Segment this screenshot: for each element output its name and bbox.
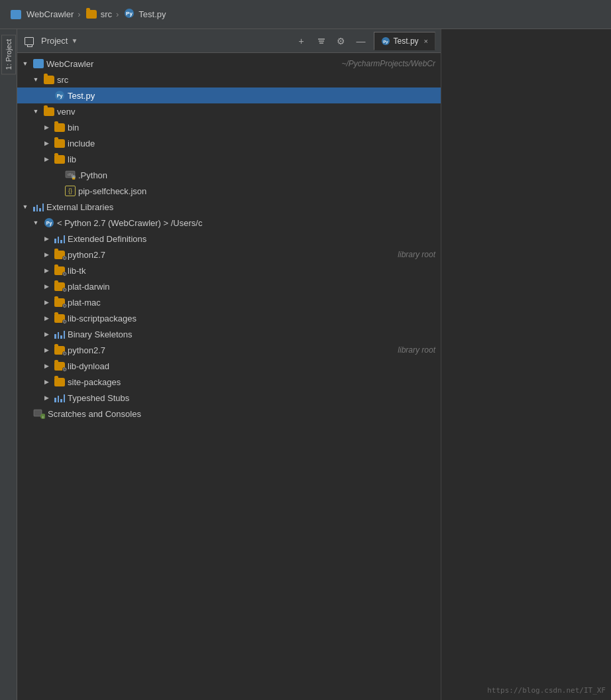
project-panel: Project ▼ + ⚙ — Py Test.py × ▼ bbox=[17, 29, 441, 700]
editor-area bbox=[441, 29, 611, 700]
panel-title[interactable]: Project ▼ bbox=[41, 36, 78, 46]
tree-item-extended-defs[interactable]: ▶ Extended Definitions bbox=[17, 231, 441, 247]
minimize-button[interactable]: — bbox=[354, 34, 368, 48]
expand-plat-mac[interactable]: ▶ bbox=[41, 299, 52, 306]
python27-sdk-label: < Python 2.7 (WebCrawler) > /Users/c bbox=[57, 218, 435, 228]
tree-item-lib[interactable]: ▶ lib bbox=[17, 151, 441, 167]
plat-darwin-icon bbox=[54, 282, 65, 291]
tree-item-python27-root[interactable]: ▶ python2.7 library root bbox=[17, 247, 441, 262]
python27-sdk-icon: Py bbox=[44, 217, 54, 228]
external-libs-label: External Libraries bbox=[46, 202, 435, 212]
plat-darwin-label: plat-darwin bbox=[68, 282, 435, 292]
json-icon: {} bbox=[65, 186, 76, 196]
panel-dropdown-arrow[interactable]: ▼ bbox=[71, 37, 78, 44]
main-container: 1: Project Project ▼ + ⚙ — Py Test.py × bbox=[0, 29, 611, 700]
lib-scriptpackages-icon bbox=[54, 314, 65, 323]
python27-root-icon bbox=[54, 251, 65, 259]
tree-item-typeshed-stubs[interactable]: ▶ Typeshed Stubs bbox=[17, 390, 441, 406]
webcrawler-folder-icon bbox=[33, 59, 44, 68]
pip-selfcheck-label: pip-selfcheck.json bbox=[78, 186, 435, 196]
expand-site-packages[interactable]: ▶ bbox=[41, 379, 52, 385]
watermark: https://blog.csdn.net/IT_XF bbox=[487, 686, 606, 695]
lib-dynload-label: lib-dynload bbox=[68, 361, 435, 371]
tree-item-plat-mac[interactable]: ▶ plat-mac bbox=[17, 294, 441, 310]
tree-item-lib-tk[interactable]: ▶ lib-tk bbox=[17, 262, 441, 278]
webcrawler-breadcrumb-icon bbox=[11, 10, 21, 19]
tree-item-webcrawler[interactable]: ▼ WebCrawler ~/PycharmProjects/WebCr bbox=[17, 56, 441, 72]
tree-item-lib-dynload[interactable]: ▶ lib-dynload bbox=[17, 358, 441, 374]
tab-close-button[interactable]: × bbox=[424, 37, 428, 45]
svg-rect-15 bbox=[34, 410, 42, 416]
lib-scriptpackages-label: lib-scriptpackages bbox=[68, 314, 435, 323]
svg-text:🔒: 🔒 bbox=[72, 176, 76, 180]
testpy-breadcrumb-icon: Py bbox=[124, 8, 135, 21]
tree-item-venv[interactable]: ▼ venv bbox=[17, 103, 441, 119]
add-button[interactable]: + bbox=[294, 34, 309, 48]
external-libs-icon bbox=[33, 202, 44, 211]
expand-include[interactable]: ▶ bbox=[41, 140, 52, 146]
expand-src[interactable]: ▼ bbox=[30, 76, 41, 83]
expand-venv[interactable]: ▼ bbox=[30, 108, 41, 115]
tree-item-pip-selfcheck[interactable]: {} pip-selfcheck.json bbox=[17, 183, 441, 199]
tree-item-src[interactable]: ▼ src bbox=[17, 72, 441, 88]
breadcrumb-webcrawler[interactable]: WebCrawler bbox=[27, 9, 74, 19]
breadcrumb-bar: WebCrawler › src › Py Test.py bbox=[0, 0, 611, 29]
expand-external-libs[interactable]: ▼ bbox=[20, 204, 30, 210]
tree-item-binary-skeletons[interactable]: ▶ Binary Skeletons bbox=[17, 326, 441, 342]
expand-python27-root[interactable]: ▶ bbox=[41, 251, 52, 258]
extended-defs-icon bbox=[54, 234, 65, 243]
testpy-label: Test.py bbox=[68, 91, 435, 101]
plat-mac-label: plat-mac bbox=[68, 298, 435, 308]
expand-lib-dynload[interactable]: ▶ bbox=[41, 363, 52, 369]
tree-item-python27-root2[interactable]: ▶ python2.7 library root bbox=[17, 342, 441, 358]
expand-bin[interactable]: ▶ bbox=[41, 124, 52, 131]
tree-item-plat-darwin[interactable]: ▶ plat-darwin bbox=[17, 278, 441, 294]
testpy-tab[interactable]: Py Test.py × bbox=[374, 32, 435, 50]
python27-root2-label: python2.7 bbox=[68, 345, 394, 355]
lib-tk-label: lib-tk bbox=[68, 266, 435, 276]
settings-button[interactable]: ⚙ bbox=[334, 34, 349, 48]
tree-item-bin[interactable]: ▶ bin bbox=[17, 119, 441, 135]
typeshed-stubs-label: Typeshed Stubs bbox=[68, 393, 435, 403]
expand-extended-defs[interactable]: ▶ bbox=[41, 235, 52, 242]
python27-root-hint: library root bbox=[398, 250, 435, 259]
python-pyvenv-label: .Python bbox=[78, 170, 435, 180]
expand-plat-darwin[interactable]: ▶ bbox=[41, 283, 52, 290]
include-label: include bbox=[68, 139, 435, 148]
expand-binary-skeletons[interactable]: ▶ bbox=[41, 331, 52, 337]
side-tab[interactable]: 1: Project bbox=[0, 29, 17, 700]
expand-typeshed-stubs[interactable]: ▶ bbox=[41, 394, 52, 401]
project-icon bbox=[25, 37, 34, 45]
tree-item-python-pyvenv[interactable]: cfg 🔒 .Python bbox=[17, 167, 441, 183]
expand-python27-sdk[interactable]: ▼ bbox=[30, 219, 41, 226]
tree-item-scratches[interactable]: i Scratches and Consoles bbox=[17, 406, 441, 422]
bin-label: bin bbox=[68, 123, 435, 133]
venv-label: venv bbox=[57, 107, 435, 117]
tree-item-testpy[interactable]: Py Test.py bbox=[17, 88, 441, 103]
tree-item-lib-scriptpackages[interactable]: ▶ lib-scriptpackages bbox=[17, 310, 441, 326]
project-side-tab-label[interactable]: 1: Project bbox=[1, 34, 16, 74]
python27-root-label: python2.7 bbox=[68, 250, 394, 260]
filter-button[interactable] bbox=[314, 34, 329, 48]
site-packages-label: site-packages bbox=[68, 377, 435, 387]
webcrawler-label: WebCrawler bbox=[46, 59, 338, 69]
include-folder-icon bbox=[54, 139, 65, 148]
expand-lib-scriptpackages[interactable]: ▶ bbox=[41, 315, 52, 321]
tree-item-external-libs[interactable]: ▼ External Libraries bbox=[17, 199, 441, 215]
python-lock-icon: cfg 🔒 bbox=[65, 170, 76, 180]
expand-webcrawler[interactable]: ▼ bbox=[20, 60, 30, 67]
expand-python27-root2[interactable]: ▶ bbox=[41, 347, 52, 353]
breadcrumb-src[interactable]: src bbox=[101, 9, 112, 19]
tree-item-python27-sdk[interactable]: ▼ Py < Python 2.7 (WebCrawler) > /Users/… bbox=[17, 215, 441, 231]
tree-item-site-packages[interactable]: ▶ site-packages bbox=[17, 374, 441, 390]
expand-lib[interactable]: ▶ bbox=[41, 156, 52, 162]
expand-lib-tk[interactable]: ▶ bbox=[41, 267, 52, 274]
breadcrumb-testpy[interactable]: Test.py bbox=[139, 9, 166, 19]
src-breadcrumb-icon bbox=[86, 10, 97, 19]
binary-skeletons-label: Binary Skeletons bbox=[68, 329, 435, 339]
tree-item-include[interactable]: ▶ include bbox=[17, 135, 441, 151]
testpy-icon: Py bbox=[54, 90, 65, 101]
lib-dynload-icon bbox=[54, 362, 65, 371]
svg-text:Py: Py bbox=[46, 221, 52, 226]
panel-toolbar: Project ▼ + ⚙ — Py Test.py × bbox=[17, 29, 441, 53]
